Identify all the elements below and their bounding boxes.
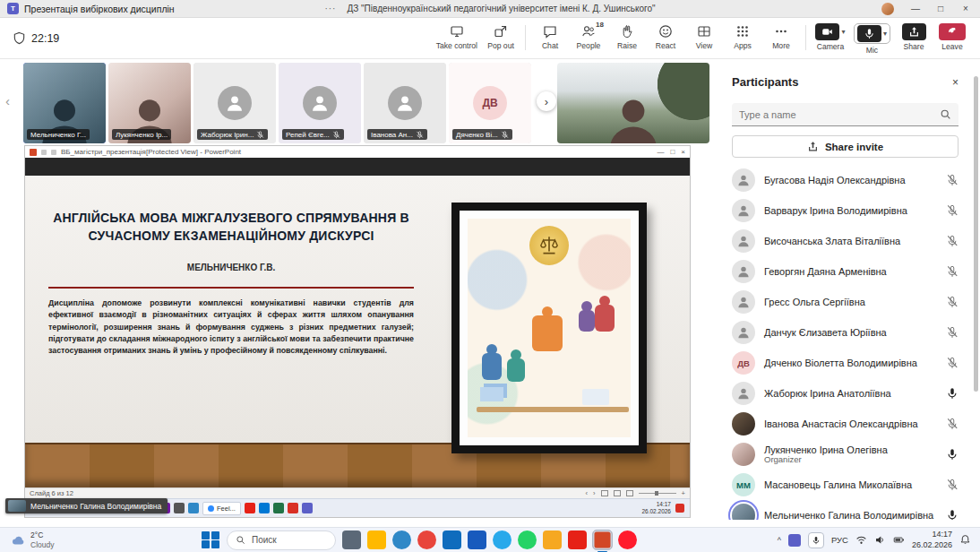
app-icon[interactable] bbox=[273, 503, 284, 513]
participant-row[interactable]: Гресс Ольга Сергіївна bbox=[719, 287, 971, 317]
participant-row[interactable]: Височанська Злата Віталіївна bbox=[719, 226, 971, 256]
slide-sorter-button[interactable] bbox=[614, 490, 621, 496]
notifications-bell-icon[interactable] bbox=[959, 534, 971, 546]
start-button[interactable] bbox=[201, 530, 220, 550]
telegram-icon[interactable] bbox=[493, 530, 511, 549]
taskbar-search[interactable]: Поиск bbox=[227, 530, 336, 550]
youtube-icon[interactable] bbox=[568, 530, 587, 549]
volume-icon[interactable] bbox=[874, 534, 886, 546]
mic-muted-icon[interactable] bbox=[946, 204, 959, 217]
mic-muted-icon[interactable] bbox=[946, 479, 959, 491]
language-indicator[interactable]: РУС bbox=[831, 535, 848, 545]
participant-row[interactable]: Геворгян Даяна Арменівна bbox=[719, 256, 971, 287]
minimize-button[interactable]: — bbox=[903, 0, 928, 17]
mic-muted-icon[interactable] bbox=[946, 235, 959, 247]
teams-tray-icon[interactable] bbox=[788, 534, 801, 547]
app-icon[interactable] bbox=[188, 503, 199, 513]
app-icon[interactable] bbox=[288, 503, 298, 513]
mic-muted-icon[interactable] bbox=[946, 296, 959, 308]
hidden-icons-chevron[interactable]: ^ bbox=[778, 536, 781, 545]
next-slide-button[interactable]: › bbox=[593, 489, 596, 497]
app-icon[interactable] bbox=[259, 503, 270, 513]
zoom-in-button[interactable]: + bbox=[682, 489, 685, 497]
strip-scroll-right-button[interactable]: › bbox=[537, 91, 556, 111]
titlebar-more-icon[interactable]: ··· bbox=[324, 4, 336, 13]
normal-view-button[interactable] bbox=[601, 490, 608, 496]
more-button[interactable]: More bbox=[762, 20, 800, 52]
ppt-minimize-button[interactable]: — bbox=[657, 148, 664, 156]
chat-button[interactable]: Chat bbox=[531, 20, 569, 52]
ppt-restore-button[interactable]: □ bbox=[670, 148, 675, 156]
participant-row[interactable]: ММ Масановець Галина Миколаївна bbox=[719, 470, 971, 500]
save-icon[interactable] bbox=[41, 150, 47, 155]
taskbar-clock[interactable]: 14:17 26.02.2026 bbox=[912, 530, 952, 550]
participant-row[interactable]: Мельниченко Галина Володимирівна bbox=[719, 500, 971, 520]
people-button[interactable]: 18 People bbox=[570, 20, 607, 52]
maximize-button[interactable]: □ bbox=[928, 0, 953, 17]
spotlight-video-tile[interactable] bbox=[557, 63, 709, 143]
video-tile[interactable]: Жаборюк Ірин... bbox=[193, 63, 276, 143]
apps-button[interactable]: Apps bbox=[724, 20, 761, 52]
mic-tray-icon[interactable] bbox=[808, 532, 824, 548]
file-explorer-icon[interactable] bbox=[367, 530, 386, 549]
mic-muted-icon[interactable] bbox=[946, 326, 959, 339]
close-button[interactable]: × bbox=[953, 0, 978, 17]
whatsapp-icon[interactable] bbox=[518, 530, 537, 549]
opera-icon[interactable] bbox=[618, 530, 637, 549]
weather-widget[interactable]: 2°C Cloudy bbox=[0, 530, 64, 548]
slideshow-button[interactable] bbox=[626, 490, 633, 496]
pop-out-button[interactable]: Pop out bbox=[482, 20, 520, 52]
video-tile[interactable]: ДВ Дяченко Ві... bbox=[449, 63, 531, 143]
raise-hand-button[interactable]: Raise bbox=[608, 20, 646, 52]
panel-scrollbar[interactable] bbox=[974, 76, 978, 392]
mic-muted-icon[interactable] bbox=[946, 265, 959, 278]
undo-icon[interactable] bbox=[51, 150, 56, 155]
zoom-slider[interactable] bbox=[639, 493, 676, 494]
take-control-button[interactable]: Take control bbox=[433, 20, 481, 52]
powerpoint-icon[interactable] bbox=[593, 530, 612, 549]
participant-search[interactable] bbox=[732, 103, 959, 126]
app-icon[interactable] bbox=[174, 503, 185, 513]
participant-row[interactable]: Бугасова Надія Олександрівна bbox=[719, 165, 971, 195]
react-button[interactable]: React bbox=[647, 20, 684, 52]
chrome-icon[interactable] bbox=[417, 530, 436, 549]
view-button[interactable]: View bbox=[685, 20, 723, 52]
photos-icon[interactable] bbox=[543, 530, 562, 549]
share-button[interactable]: Share bbox=[895, 20, 933, 53]
mic-muted-icon[interactable] bbox=[946, 174, 959, 186]
word-icon[interactable] bbox=[468, 530, 486, 549]
camera-button[interactable]: ▾ Camera bbox=[812, 20, 849, 53]
wifi-icon[interactable] bbox=[855, 534, 867, 546]
presenter-task-button[interactable]: Feel... bbox=[202, 502, 241, 515]
close-participants-button[interactable]: × bbox=[952, 76, 959, 89]
participant-row[interactable]: Жаборюк Ірина Анатоліївна bbox=[719, 378, 971, 409]
participant-row[interactable]: Данчук Єлизавета Юріївна bbox=[719, 317, 971, 348]
task-view-icon[interactable] bbox=[342, 530, 361, 549]
mic-muted-icon[interactable] bbox=[946, 357, 959, 369]
mic-on-icon[interactable] bbox=[946, 509, 959, 520]
ppt-close-button[interactable]: × bbox=[681, 148, 685, 156]
app-icon[interactable] bbox=[302, 503, 313, 513]
video-tile[interactable]: Іванова Ан... bbox=[364, 63, 446, 143]
battery-icon[interactable] bbox=[893, 534, 905, 546]
video-tile[interactable]: Мельниченко Г... bbox=[23, 63, 106, 143]
previous-slide-button[interactable]: ‹ bbox=[586, 489, 589, 497]
mic-muted-icon[interactable] bbox=[946, 418, 959, 430]
participant-search-input[interactable] bbox=[739, 109, 934, 120]
mic-button[interactable]: ▾ Mic bbox=[850, 20, 894, 56]
video-tile[interactable]: Лукянченко Ір... bbox=[108, 63, 191, 143]
camera-chevron-icon[interactable]: ▾ bbox=[841, 28, 845, 36]
participant-row[interactable]: Варварук Ірина Володимирівна bbox=[719, 195, 971, 226]
strip-scroll-left-button[interactable]: ‹ bbox=[5, 93, 10, 108]
mic-chevron-icon[interactable]: ▾ bbox=[883, 30, 887, 38]
store-icon[interactable] bbox=[443, 530, 461, 549]
notification-icon[interactable] bbox=[675, 504, 684, 513]
video-tile[interactable]: Репей Євге... bbox=[279, 63, 361, 143]
edge-icon[interactable] bbox=[392, 530, 411, 549]
leave-button[interactable]: Leave bbox=[933, 20, 971, 53]
participant-row[interactable]: Лукянченко Ірина Олегівна Organizer bbox=[719, 439, 971, 470]
participant-row[interactable]: Іванова Анастасія Олександрівна bbox=[719, 409, 971, 439]
share-invite-button[interactable]: Share invite bbox=[732, 135, 959, 158]
profile-avatar[interactable] bbox=[881, 3, 894, 15]
mic-on-icon[interactable] bbox=[946, 448, 959, 461]
